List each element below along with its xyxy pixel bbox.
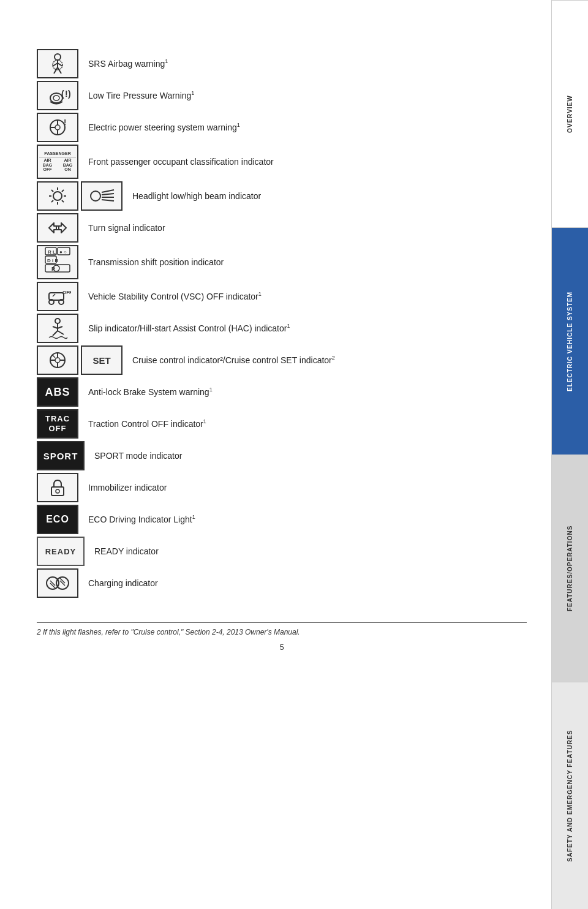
- svg-text:OFF: OFF: [62, 290, 71, 295]
- eps-icon: !: [37, 113, 78, 142]
- headlight-sun-icon: [37, 181, 78, 211]
- passenger-label: Front passenger occupant classification …: [88, 156, 274, 167]
- passenger-icon: PASSENGER AIR BAGOFF AIR BAGON: [37, 145, 78, 179]
- svg-point-27: [91, 191, 100, 201]
- svg-marker-32: [49, 223, 59, 233]
- indicator-row: SPORT SPORT mode indicator: [37, 441, 527, 470]
- transmission-label: Transmission shift position indicator: [88, 257, 224, 268]
- headlight-label: Headlight low/high beam indicator: [132, 190, 261, 202]
- low-tire-label: Low Tire Pressure Warning1: [88, 90, 194, 101]
- svg-text:R L: R L: [48, 249, 56, 255]
- main-content: SRS Airbag warning1 ! ( ) Low Tire Press…: [0, 0, 551, 909]
- indicator-row: R L ● ○ D i B P Transmission shift posit…: [37, 245, 527, 279]
- immobilizer-label: Immobilizer indicator: [88, 482, 167, 493]
- sport-label: SPORT mode indicator: [94, 450, 182, 461]
- indicator-row: ! ( ) Low Tire Pressure Warning1: [37, 81, 527, 110]
- svg-line-28: [102, 190, 114, 192]
- sidebar-safety-label: SAFETY AND EMERGENCY FEATURES: [567, 730, 573, 861]
- sidebar-electric-label: ELECTRIC VEHICLE SYSTEM: [567, 292, 573, 391]
- svg-point-62: [56, 489, 59, 493]
- svg-rect-61: [51, 487, 64, 496]
- sport-icon: SPORT: [37, 441, 85, 470]
- indicator-row: ECO ECO Driving Indicator Light1: [37, 505, 527, 534]
- slip-label: Slip indicator/Hill-start Assist Control…: [88, 323, 290, 334]
- indicator-row: Slip indicator/Hill-start Assist Control…: [37, 314, 527, 343]
- eps-label: Electric power steering system warning1: [88, 122, 240, 133]
- svg-line-68: [60, 578, 65, 583]
- eco-label: ECO Driving Indicator Light1: [88, 514, 195, 525]
- svg-point-0: [55, 54, 61, 60]
- svg-text:●  ○: ● ○: [59, 249, 67, 255]
- transmission-icon: R L ● ○ D i B P: [37, 245, 78, 279]
- indicator-row: ! Electric power steering system warning…: [37, 113, 527, 142]
- vsc-label: Vehicle Stability Control (VSC) OFF indi…: [88, 291, 262, 302]
- svg-line-3: [58, 63, 62, 66]
- svg-point-7: [50, 93, 62, 103]
- sidebar-right: OVERVIEW ELECTRIC VEHICLE SYSTEM FEATURE…: [551, 0, 588, 909]
- srs-airbag-icon: [37, 49, 78, 78]
- slip-icon: [37, 314, 78, 343]
- indicators-list: SRS Airbag warning1 ! ( ) Low Tire Press…: [37, 49, 527, 598]
- svg-point-8: [53, 96, 59, 100]
- svg-text:!: !: [65, 89, 68, 99]
- sidebar-features-label: FEATURES/OPERATIONS: [567, 526, 573, 611]
- ready-label: READY indicator: [94, 546, 159, 557]
- charging-icon: [37, 568, 78, 598]
- svg-text:(: (: [61, 89, 64, 99]
- svg-line-67: [60, 581, 65, 586]
- svg-line-60: [53, 355, 55, 358]
- svg-line-50: [53, 326, 58, 328]
- turn-signal-label: Turn signal indicator: [88, 222, 165, 233]
- svg-line-46: [53, 294, 55, 296]
- indicator-row: OFF Vehicle Stability Control (VSC) OFF …: [37, 282, 527, 311]
- low-tire-icon: ! ( ): [37, 81, 78, 110]
- indicator-row: SRS Airbag warning1: [37, 49, 527, 78]
- immobilizer-icon: [37, 473, 78, 502]
- svg-text:!: !: [64, 118, 66, 127]
- svg-line-24: [62, 200, 64, 202]
- srs-airbag-label: SRS Airbag warning1: [88, 58, 168, 69]
- footnote-text: 2 If this light flashes, refer to "Cruis…: [37, 628, 527, 636]
- indicator-row: SET Cruise control indicator²/Cruise con…: [37, 345, 527, 375]
- cruise-label: Cruise control indicator²/Cruise control…: [132, 355, 335, 366]
- sidebar-safety: SAFETY AND EMERGENCY FEATURES: [552, 682, 588, 909]
- svg-line-65: [50, 581, 55, 586]
- svg-text:): ): [68, 89, 71, 99]
- sidebar-electric-vehicle: ELECTRIC VEHICLE SYSTEM: [552, 227, 588, 455]
- indicator-row: ABS Anti-lock Brake System warning1: [37, 377, 527, 407]
- page-number: 5: [37, 643, 527, 652]
- svg-line-2: [53, 63, 58, 66]
- headlight-beam-icon: [81, 181, 123, 211]
- svg-line-53: [58, 331, 64, 334]
- svg-line-26: [51, 200, 53, 202]
- indicator-row: TRAC OFF Traction Control OFF indicator1: [37, 409, 527, 439]
- svg-line-51: [58, 326, 62, 328]
- svg-line-66: [50, 583, 55, 588]
- indicator-row: Turn signal indicator: [37, 213, 527, 243]
- svg-line-23: [51, 190, 53, 192]
- eco-icon: ECO: [37, 505, 78, 534]
- svg-line-25: [62, 190, 64, 192]
- trac-off-icon: TRAC OFF: [37, 409, 78, 439]
- vsc-icon: OFF: [37, 282, 78, 311]
- ready-icon: READY: [37, 537, 85, 566]
- svg-point-13: [55, 125, 60, 130]
- svg-point-48: [55, 319, 60, 323]
- svg-line-52: [53, 331, 58, 336]
- cruise-icon: [37, 345, 78, 375]
- svg-line-31: [102, 200, 114, 201]
- svg-text:D  i B: D i B: [47, 258, 58, 263]
- indicator-row: READY READY indicator: [37, 537, 527, 566]
- svg-line-29: [102, 194, 114, 195]
- trac-off-label: Traction Control OFF indicator1: [88, 418, 206, 429]
- sidebar-features: FEATURES/OPERATIONS: [552, 455, 588, 682]
- cruise-icons: SET: [37, 345, 123, 375]
- svg-point-18: [53, 192, 62, 200]
- charging-label: Charging indicator: [88, 578, 158, 589]
- footnote-section: 2 If this light flashes, refer to "Cruis…: [37, 622, 527, 636]
- svg-marker-33: [56, 223, 66, 233]
- abs-icon: ABS: [37, 377, 78, 407]
- turn-signal-icon: [37, 213, 78, 243]
- sidebar-overview-label: OVERVIEW: [567, 95, 573, 133]
- indicator-row: Charging indicator: [37, 568, 527, 598]
